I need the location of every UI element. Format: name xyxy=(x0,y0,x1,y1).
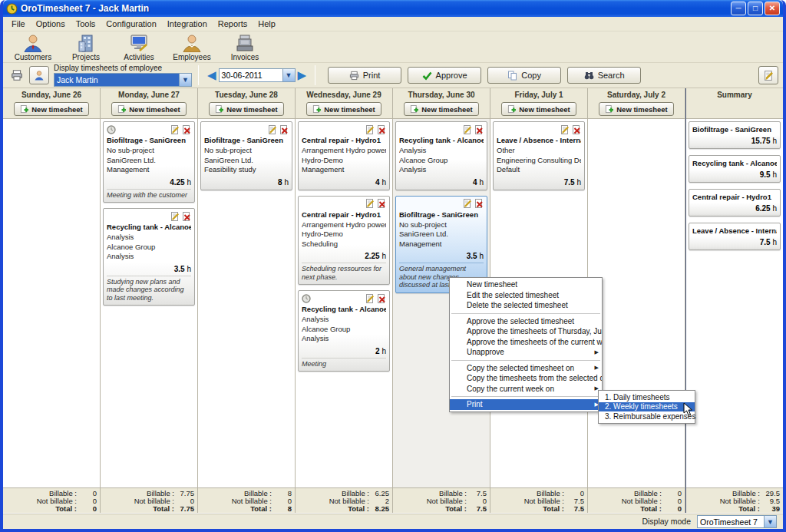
delete-timesheet-icon[interactable] xyxy=(377,125,386,134)
menu-item-approve-day[interactable]: Approve the timesheets of Thursday, June… xyxy=(450,326,602,337)
delete-timesheet-icon[interactable] xyxy=(377,294,386,303)
employee-picker-button[interactable] xyxy=(29,66,49,84)
delete-timesheet-icon[interactable] xyxy=(474,199,484,208)
search-button[interactable]: Search xyxy=(567,67,641,84)
edit-timesheet-icon[interactable] xyxy=(365,199,375,208)
projects-button[interactable]: Projects xyxy=(62,33,110,61)
menu-item-print[interactable]: Print▶ xyxy=(450,399,602,410)
minimize-button[interactable]: ─ xyxy=(731,2,746,15)
edit-timesheet-icon[interactable] xyxy=(268,125,277,134)
menu-item-approve-selected[interactable]: Approve the selected timesheet xyxy=(450,316,602,327)
customers-button[interactable]: Customers xyxy=(9,33,57,61)
date-select[interactable]: 30-06-2011 ▼ xyxy=(219,68,296,82)
submenu-item-daily-timesheets[interactable]: 1. Daily timesheets xyxy=(599,392,695,402)
filter-bar: Display timesheets of employee Jack Mart… xyxy=(3,63,783,88)
activities-button[interactable]: Activities xyxy=(115,33,163,61)
submenu-item-reimbursable-expenses[interactable]: 3. Reimbursable expenses xyxy=(599,411,695,421)
copy-button[interactable]: Copy xyxy=(487,67,561,84)
note-icon xyxy=(764,71,774,81)
day-body[interactable] xyxy=(3,119,100,487)
clock-icon xyxy=(302,294,311,303)
previous-date-button[interactable]: ◀ xyxy=(205,68,219,82)
next-date-button[interactable]: ▶ xyxy=(296,68,309,82)
copy-icon xyxy=(507,71,517,81)
day-body[interactable]: Biofiltrage - SaniGreen No sub-project S… xyxy=(198,119,295,487)
menu-item-new-timesheet[interactable]: New timesheet xyxy=(450,279,602,290)
menu-configuration[interactable]: Configuration xyxy=(101,18,161,30)
menu-tools[interactable]: Tools xyxy=(71,18,101,30)
edit-timesheet-icon[interactable] xyxy=(170,212,180,221)
employees-icon xyxy=(182,34,202,52)
day-body[interactable]: Biofiltrage - SaniGreen No sub-project S… xyxy=(101,119,197,487)
summary-header: Summary xyxy=(686,88,783,102)
chevron-down-icon[interactable]: ▼ xyxy=(764,516,776,527)
new-timesheet-button[interactable]: New timesheet xyxy=(306,102,381,116)
card-hours: 2 h xyxy=(302,347,386,355)
date-select-value: 30-06-2011 xyxy=(220,69,282,81)
chevron-down-icon[interactable]: ▼ xyxy=(179,74,191,86)
invoices-button[interactable]: Invoices xyxy=(221,33,269,61)
delete-timesheet-icon[interactable] xyxy=(279,125,289,134)
calendar-grid: Sunday, June 26 New timesheet Billable :… xyxy=(3,88,783,513)
timesheet-card[interactable]: Recycling tank - Alcanoe Analysis Alcano… xyxy=(395,121,487,190)
menu-options[interactable]: Options xyxy=(31,18,71,30)
new-doc-icon xyxy=(507,105,516,114)
edit-timesheet-icon[interactable] xyxy=(463,125,472,134)
card-title: Biofiltrage - SaniGreen xyxy=(107,136,191,144)
day-body[interactable]: Central repair - Hydro1 Arrangement Hydr… xyxy=(296,119,392,487)
edit-timesheet-icon[interactable] xyxy=(365,125,375,134)
timesheet-card[interactable]: Leave / Absence - Internal Pr Other Engi… xyxy=(493,121,585,190)
chevron-down-icon[interactable]: ▼ xyxy=(282,69,295,81)
new-timesheet-button[interactable]: New timesheet xyxy=(599,102,674,116)
timesheet-card[interactable]: Recycling tank - Alcanoe Analysis Alcano… xyxy=(103,208,195,306)
edit-timesheet-icon[interactable] xyxy=(463,199,472,208)
menu-item-unapprove[interactable]: Unapprove▶ xyxy=(450,347,602,358)
new-timesheet-button[interactable]: New timesheet xyxy=(14,102,89,116)
menu-item-copy-selected-on[interactable]: Copy the selected timesheet on▶ xyxy=(450,363,602,374)
maximize-button[interactable]: □ xyxy=(748,2,763,15)
new-timesheet-button[interactable]: New timesheet xyxy=(404,102,479,116)
new-timesheet-button[interactable]: New timesheet xyxy=(209,102,284,116)
display-mode-label: Display mode xyxy=(642,517,691,526)
new-timesheet-button[interactable]: New timesheet xyxy=(501,102,576,116)
delete-timesheet-icon[interactable] xyxy=(377,199,386,208)
employee-select[interactable]: Jack Martin ▼ xyxy=(54,73,192,87)
card-title: Central repair - Hydro1 xyxy=(302,210,386,219)
delete-timesheet-icon[interactable] xyxy=(182,212,191,221)
delete-timesheet-icon[interactable] xyxy=(474,125,484,134)
report-button[interactable] xyxy=(758,66,778,84)
new-timesheet-button[interactable]: New timesheet xyxy=(111,102,187,116)
delete-timesheet-icon[interactable] xyxy=(572,125,581,134)
menu-item-delete-timesheet[interactable]: Delete the selected timesheet xyxy=(450,300,602,311)
employees-button[interactable]: Employees xyxy=(168,33,216,61)
app-window: OroTimesheet 7 - Jack Martin ─ □ ✕ File … xyxy=(0,0,786,532)
approve-button[interactable]: Approve xyxy=(408,67,481,84)
menu-help[interactable]: Help xyxy=(253,18,281,30)
print-button[interactable]: Print xyxy=(328,67,401,84)
menu-item-approve-week[interactable]: Approve the timesheets of the current we… xyxy=(450,337,602,348)
employee-select-value: Jack Martin xyxy=(54,74,179,86)
submenu-arrow-icon: ▶ xyxy=(595,365,599,371)
timesheet-card[interactable]: Biofiltrage - SaniGreen No sub-project S… xyxy=(200,121,292,190)
close-button[interactable]: ✕ xyxy=(765,2,780,15)
edit-timesheet-icon[interactable] xyxy=(560,125,570,134)
day-totals: Billable :0 Not billable :0 Total :0 xyxy=(588,487,685,513)
menu-reports[interactable]: Reports xyxy=(213,18,253,30)
menu-item-copy-week-on[interactable]: Copy the current week on▶ xyxy=(450,384,602,395)
menu-file[interactable]: File xyxy=(6,18,31,30)
timesheet-card[interactable]: Central repair - Hydro1 Arrangement Hydr… xyxy=(298,121,390,190)
display-mode-select[interactable]: OroTimesheet 7 ▼ xyxy=(697,515,777,528)
card-title: Biofiltrage - SaniGreen xyxy=(399,210,484,219)
summary-body: Biofiltrage - SaniGreen 15.75 h Recyclin… xyxy=(686,119,783,487)
edit-timesheet-icon[interactable] xyxy=(170,125,180,134)
delete-timesheet-icon[interactable] xyxy=(182,125,191,134)
timesheet-card[interactable]: Recycling tank - Alcanoe Analysis Alcano… xyxy=(298,290,390,372)
menu-integration[interactable]: Integration xyxy=(162,18,213,30)
edit-timesheet-icon[interactable] xyxy=(365,294,375,303)
timesheet-card[interactable]: Biofiltrage - SaniGreen No sub-project S… xyxy=(103,121,195,203)
menu-item-copy-from-date-on[interactable]: Copy the timesheets from the selected da… xyxy=(450,373,602,384)
menu-item-edit-timesheet[interactable]: Edit the selected timesheet xyxy=(450,290,602,301)
timesheet-card[interactable]: Central repair - Hydro1 Arrangement Hydr… xyxy=(298,196,390,286)
card-note: Meeting xyxy=(302,358,386,368)
submenu-item-weekly-timesheets[interactable]: 2. Weekly timesheets xyxy=(599,402,695,412)
